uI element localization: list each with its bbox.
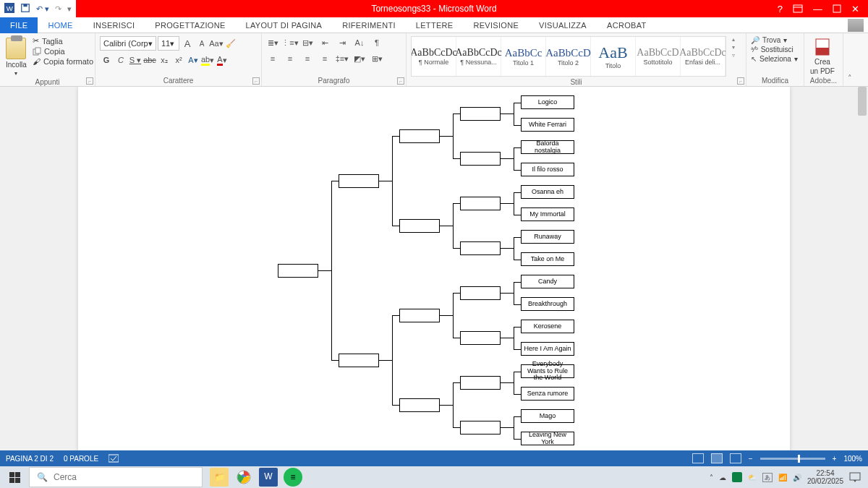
- styles-dialog-icon[interactable]: ⌐: [737, 77, 744, 85]
- bracket-leaf-11[interactable]: Here I Am Again: [521, 342, 574, 356]
- bracket-leaf-15[interactable]: Leaving New York: [521, 432, 574, 445]
- styles-down-icon[interactable]: ▾: [732, 44, 735, 51]
- styles-more-icon[interactable]: ▿: [732, 52, 735, 59]
- multilevel-icon[interactable]: ⊟▾: [301, 36, 314, 49]
- bracket-leaf-5[interactable]: My Immortal: [521, 207, 574, 221]
- tab-revisione[interactable]: REVISIONE: [463, 17, 529, 33]
- bracket-r2-5[interactable]: [460, 331, 501, 345]
- paragraph-dialog-icon[interactable]: ⌐: [397, 77, 404, 85]
- style--nessuna-[interactable]: AaBbCcDc¶ Nessuna...: [456, 37, 501, 76]
- start-button[interactable]: [0, 466, 29, 488]
- bracket-r3-3[interactable]: [399, 398, 440, 412]
- underline-button[interactable]: S ▾: [129, 53, 142, 67]
- chrome-icon[interactable]: [234, 468, 253, 487]
- bracket-leaf-9[interactable]: Breakthrough: [521, 297, 574, 311]
- style-enfasi-deli-[interactable]: AaBbCcDcEnfasi deli...: [681, 37, 726, 76]
- cut-button[interactable]: ✂Taglia: [33, 36, 93, 46]
- minimize-icon[interactable]: —: [813, 4, 822, 14]
- select-button[interactable]: ↖Seleziona ▾: [751, 55, 798, 63]
- style-sottotitolo[interactable]: AaBbCcDSottotitolo: [636, 37, 681, 76]
- styles-up-icon[interactable]: ▴: [732, 36, 735, 43]
- font-name-select[interactable]: Calibri (Corp ▾: [100, 36, 156, 51]
- bracket-r3-1[interactable]: [399, 219, 440, 233]
- tab-progettazione[interactable]: PROGETTAZIONE: [145, 17, 235, 33]
- font-size-select[interactable]: 11 ▾: [158, 36, 179, 51]
- print-layout-icon[interactable]: [711, 453, 723, 463]
- collapse-ribbon-icon[interactable]: ˄: [843, 33, 856, 86]
- bracket-r2-4[interactable]: [460, 286, 501, 300]
- clear-format-icon[interactable]: 🧹: [224, 37, 237, 50]
- tab-riferimenti[interactable]: RIFERIMENTI: [332, 17, 406, 33]
- zoom-out-icon[interactable]: −: [749, 455, 753, 463]
- align-right-icon[interactable]: ≡: [301, 52, 314, 65]
- help-icon[interactable]: ?: [778, 4, 783, 14]
- redo-icon[interactable]: ↷: [55, 4, 61, 14]
- bracket-leaf-2[interactable]: Balorda nostalgia: [521, 140, 574, 154]
- bracket-r2-3[interactable]: [460, 241, 501, 255]
- font-dialog-icon[interactable]: ⌐: [252, 77, 260, 85]
- tray-chevron-icon[interactable]: ˄: [710, 474, 713, 481]
- bracket-r2-1[interactable]: [460, 152, 501, 166]
- save-icon[interactable]: [20, 3, 30, 14]
- borders-icon[interactable]: ⊞▾: [370, 52, 383, 65]
- superscript-button[interactable]: x²: [172, 53, 185, 67]
- align-center-icon[interactable]: ≡: [284, 52, 297, 65]
- bracket-r2-2[interactable]: [460, 197, 501, 210]
- justify-icon[interactable]: ≡: [318, 52, 331, 65]
- proofing-icon[interactable]: [109, 454, 119, 463]
- explorer-icon[interactable]: 📁: [210, 468, 229, 487]
- bracket-r4-0[interactable]: [339, 174, 379, 188]
- bracket-leaf-8[interactable]: Candy: [521, 275, 574, 288]
- style-titolo[interactable]: AaBTitolo: [591, 37, 636, 76]
- font-color-icon[interactable]: A▾: [216, 53, 229, 67]
- zoom-slider[interactable]: [760, 458, 825, 460]
- bracket-leaf-10[interactable]: Kerosene: [521, 320, 574, 333]
- bullets-icon[interactable]: ≣▾: [266, 36, 279, 49]
- bracket-leaf-7[interactable]: Take on Me: [521, 252, 574, 266]
- format-painter-button[interactable]: 🖌Copia formato: [33, 57, 93, 66]
- tab-lettere[interactable]: LETTERE: [406, 17, 464, 33]
- highlight-icon[interactable]: ab▾: [201, 53, 214, 67]
- show-marks-icon[interactable]: ¶: [370, 36, 383, 49]
- paste-button[interactable]: Incolla ▾: [4, 36, 28, 77]
- strike-button[interactable]: abc: [143, 53, 156, 67]
- shrink-font-icon[interactable]: A: [195, 37, 208, 50]
- tab-inserisci[interactable]: INSERISCI: [83, 17, 145, 33]
- tray-volume-icon[interactable]: 🔊: [793, 474, 801, 481]
- read-mode-icon[interactable]: [692, 453, 704, 463]
- page-indicator[interactable]: PAGINA 2 DI 2: [6, 455, 54, 463]
- subscript-button[interactable]: x₂: [158, 53, 171, 67]
- clipboard-dialog-icon[interactable]: ⌐: [86, 77, 93, 85]
- undo-icon[interactable]: ↶ ▾: [36, 4, 49, 14]
- bracket-r2-0[interactable]: [460, 107, 501, 121]
- tray-notifications-icon[interactable]: [849, 472, 861, 482]
- spotify-icon[interactable]: ≡: [284, 468, 302, 487]
- word-taskbar-icon[interactable]: W: [259, 468, 278, 487]
- style-titolo-2[interactable]: AaBbCcDTitolo 2: [546, 37, 591, 76]
- shading-icon[interactable]: ◩▾: [353, 52, 366, 65]
- tray-onedrive-icon[interactable]: ☁: [719, 474, 726, 481]
- tab-layout[interactable]: LAYOUT DI PAGINA: [236, 17, 333, 33]
- maximize-icon[interactable]: [833, 4, 841, 13]
- text-effects-icon[interactable]: A▾: [187, 53, 200, 67]
- create-pdf-button[interactable]: Crea un PDF: [809, 36, 836, 75]
- close-icon[interactable]: ✕: [851, 4, 859, 14]
- bracket-leaf-0[interactable]: Logico: [521, 95, 574, 109]
- indent-icon[interactable]: ⇥: [336, 36, 349, 49]
- replace-button[interactable]: ᵃ⁄ᵇSostituisci: [751, 46, 798, 53]
- grow-font-icon[interactable]: A: [181, 37, 194, 50]
- line-spacing-icon[interactable]: ‡≡▾: [336, 52, 349, 65]
- bracket-final[interactable]: [278, 264, 318, 278]
- tab-home[interactable]: HOME: [38, 17, 82, 33]
- tab-file[interactable]: FILE: [0, 17, 38, 33]
- find-button[interactable]: 🔎Trova ▾: [751, 36, 798, 44]
- change-case-icon[interactable]: Aa▾: [210, 37, 223, 50]
- align-left-icon[interactable]: ≡: [266, 52, 279, 65]
- style-titolo-1[interactable]: AaBbCcTitolo 1: [501, 37, 546, 76]
- word-count[interactable]: 0 PAROLE: [64, 455, 98, 463]
- qa-more-icon[interactable]: ▾: [67, 4, 72, 14]
- bold-button[interactable]: G: [100, 53, 113, 67]
- vertical-scrollbar[interactable]: ▼: [856, 87, 868, 466]
- italic-button[interactable]: C: [114, 53, 127, 67]
- tray-lang-icon[interactable]: あ: [762, 473, 773, 482]
